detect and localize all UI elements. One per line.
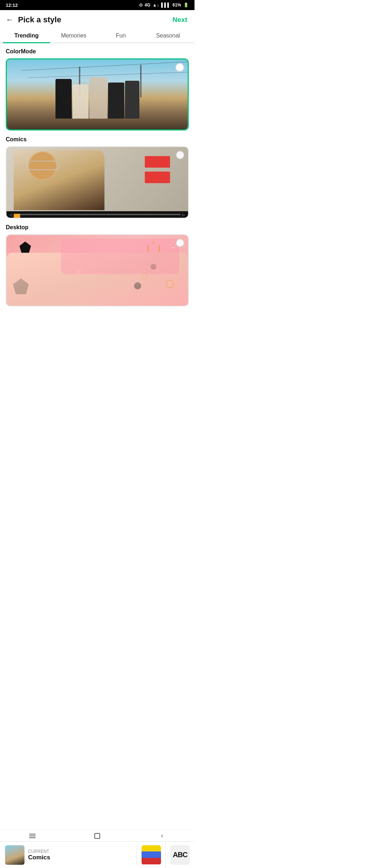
timeline-left-arrow: ◁ <box>9 213 12 217</box>
tab-memories[interactable]: Memories <box>50 28 97 43</box>
figure2 <box>72 84 89 119</box>
tab-fun-label: Fun <box>116 32 126 39</box>
header: ← Pick a style Next <box>0 10 194 28</box>
figure4 <box>108 83 124 119</box>
battery-label: 61% <box>173 3 181 8</box>
status-time: 12:12 <box>6 3 18 8</box>
figure1 <box>55 79 72 119</box>
figure3 <box>89 77 107 119</box>
comics-badge1 <box>145 156 170 168</box>
bars-icon: ▌▌▌ <box>161 3 170 8</box>
next-button[interactable]: Next <box>173 16 187 24</box>
page-title: Pick a style <box>18 15 61 25</box>
comics-card[interactable]: ◁ ▷ <box>6 146 189 218</box>
desktop-section: Desktop <box>6 224 189 306</box>
desktop-indicator <box>176 239 184 247</box>
colormode-indicator <box>175 63 184 72</box>
signal-icon: ▲↓ <box>153 3 159 8</box>
network-label: 4G <box>145 3 151 8</box>
comics-label: Comics <box>6 136 189 143</box>
tabs-container: Trending Memories Fun Seasonal <box>0 28 194 43</box>
timeline-right-arrow: ▷ <box>182 213 185 217</box>
hair-overlay <box>61 239 179 274</box>
desktop-label: Desktop <box>6 224 189 231</box>
status-bar: 12:12 ⊙ 4G ▲↓ ▌▌▌ 61% 🔋 <box>0 0 194 10</box>
timeline-thumb[interactable] <box>14 214 20 218</box>
desktop-card[interactable] <box>6 234 189 306</box>
back-button[interactable]: ← <box>6 15 14 25</box>
comics-timeline: ◁ ▷ <box>6 211 188 218</box>
tab-seasonal-label: Seasonal <box>156 32 180 39</box>
tab-memories-label: Memories <box>61 32 86 39</box>
status-right: ⊙ 4G ▲↓ ▌▌▌ 61% 🔋 <box>139 3 189 8</box>
figure5 <box>125 81 139 119</box>
glasses <box>26 161 59 170</box>
colormode-section: ColorMode <box>6 48 189 130</box>
battery-icon: 🔋 <box>183 3 189 8</box>
colormode-label: ColorMode <box>6 48 189 55</box>
tab-seasonal[interactable]: Seasonal <box>144 28 192 43</box>
colormode-card[interactable] <box>6 58 189 130</box>
figures-row <box>7 72 188 119</box>
timeline-track <box>14 214 181 215</box>
cast-icon: ⊙ <box>139 3 143 8</box>
content-area: ColorMode Comics <box>0 43 194 306</box>
tab-trending[interactable]: Trending <box>3 28 50 43</box>
tab-fun[interactable]: Fun <box>97 28 144 43</box>
comics-badge2 <box>145 172 170 183</box>
tab-trending-label: Trending <box>14 32 39 39</box>
comics-section: Comics ◁ ▷ <box>6 136 189 218</box>
person-body <box>14 150 104 210</box>
comics-indicator <box>176 151 184 159</box>
header-left: ← Pick a style <box>6 15 61 25</box>
